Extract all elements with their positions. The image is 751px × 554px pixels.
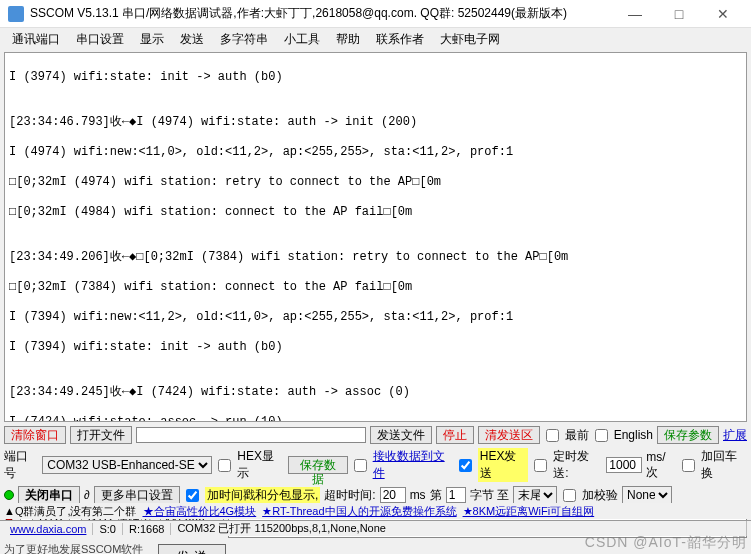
timestamp-checkbox[interactable] [186,489,199,502]
crlf-checkbox[interactable] [682,459,695,472]
open-file-button[interactable]: 打开文件 [70,426,132,444]
end-select[interactable]: 末尾 [513,486,557,504]
timeout-label: 超时时间: [324,487,375,504]
send-file-button[interactable]: 发送文件 [370,426,432,444]
log-line: I (7424) wifi:state: assoc -> run (10) [9,415,742,422]
checksum-checkbox[interactable] [563,489,576,502]
interval-input[interactable] [606,457,642,473]
log-line: [23:34:46.793]收←◆I (4974) wifi:state: au… [9,115,742,130]
english-label: English [614,428,653,442]
clear-send-button[interactable]: 清发送区 [478,426,540,444]
recv-to-file-label[interactable]: 接收数据到文件 [373,448,453,482]
bytes-label: 第 [430,487,442,504]
promo-link[interactable]: ★RT-Thread中国人的开源免费操作系统 [262,504,456,519]
console-output[interactable]: I (3974) wifi:state: init -> auth (b0) [… [4,52,747,422]
checksum-select[interactable]: None [622,486,672,504]
save-params-button[interactable]: 保存参数 [657,426,719,444]
promo-link[interactable]: ★8KM远距离WiFi可自组网 [463,504,595,519]
log-line: I (7394) wifi:new:<11,2>, old:<11,0>, ap… [9,310,742,325]
status-url[interactable]: www.daxia.com [4,523,93,535]
timeout-unit: ms [410,488,426,502]
log-line: □[0;32mI (7384) wifi station: connect to… [9,280,742,295]
menu-serial[interactable]: 串口设置 [70,29,130,50]
menu-bar: 通讯端口 串口设置 显示 发送 多字符串 小工具 帮助 联系作者 大虾电子网 [0,28,751,50]
topmost-label: 最前 [565,427,589,444]
menu-port[interactable]: 通讯端口 [6,29,66,50]
more-settings-button[interactable]: 更多串口设置 [94,486,180,504]
status-sent: S:0 [93,523,123,535]
file-path-input[interactable] [136,427,366,443]
menu-contact[interactable]: 联系作者 [370,29,430,50]
port-label: 端口号 [4,448,38,482]
menu-send[interactable]: 发送 [174,29,210,50]
bytes-unit: 字节 至 [470,487,509,504]
extend-link[interactable]: 扩展 [723,427,747,444]
english-checkbox[interactable] [595,429,608,442]
window-title: SSCOM V5.13.1 串口/网络数据调试器,作者:大虾丁丁,2618058… [30,5,615,22]
dropdown-icon[interactable]: ∂ [84,488,90,502]
log-line: [23:34:49.206]收←◆□[0;32mI (7384) wifi st… [9,250,742,265]
timed-send-checkbox[interactable] [534,459,547,472]
status-recv: R:1668 [123,523,171,535]
log-line: I (7394) wifi:state: init -> auth (b0) [9,340,742,355]
menu-multistring[interactable]: 多字符串 [214,29,274,50]
crlf-label: 加回车换 [701,448,747,482]
promo-item: ▲Q群满员了,没有第二个群 [4,504,137,519]
send-button[interactable]: 发 送 [158,544,226,554]
promo-link[interactable]: ★合宙高性价比4G模块 [143,504,257,519]
app-icon [8,6,24,22]
log-line: I (3974) wifi:state: init -> auth (b0) [9,70,742,85]
maximize-button[interactable]: □ [659,2,699,26]
clear-window-button[interactable]: 清除窗口 [4,426,66,444]
timed-send-label: 定时发送: [553,448,602,482]
menu-display[interactable]: 显示 [134,29,170,50]
minimize-button[interactable]: — [615,2,655,26]
log-line: □[0;32mI (4974) wifi station: retry to c… [9,175,742,190]
log-line: I (4974) wifi:new:<11,0>, old:<11,2>, ap… [9,145,742,160]
save-data-button[interactable]: 保存数据 [288,456,348,474]
log-line: □[0;32mI (4984) wifi station: connect to… [9,205,742,220]
recv-to-file-checkbox[interactable] [354,459,367,472]
checksum-label: 加校验 [582,487,618,504]
hex-display-label: HEX显示 [237,448,283,482]
menu-tools[interactable]: 小工具 [278,29,326,50]
hex-send-checkbox[interactable] [459,459,472,472]
log-line: [23:34:49.245]收←◆I (7424) wifi:state: au… [9,385,742,400]
hex-display-checkbox[interactable] [218,459,231,472]
bytes-from-input[interactable] [446,487,466,503]
topmost-checkbox[interactable] [546,429,559,442]
close-button[interactable]: ✕ [703,2,743,26]
hex-send-label: HEX发送 [478,448,528,482]
menu-web[interactable]: 大虾电子网 [434,29,506,50]
timeout-input[interactable] [380,487,406,503]
port-select[interactable]: COM32 USB-Enhanced-SERIAL ( [42,456,212,474]
promo-text: 为了更好地发展SSCOM软件请您注册嘉立创踩结尾客户 [4,542,154,554]
timestamp-label: 加时间戳和分包显示, [205,487,320,504]
close-port-button[interactable]: 关闭串口 [18,486,80,504]
stop-button[interactable]: 停止 [436,426,474,444]
port-status-led [4,490,14,500]
menu-help[interactable]: 帮助 [330,29,366,50]
interval-unit: ms/次 [646,450,676,481]
watermark: CSDN @AIoT-韶华分明 [585,534,747,552]
